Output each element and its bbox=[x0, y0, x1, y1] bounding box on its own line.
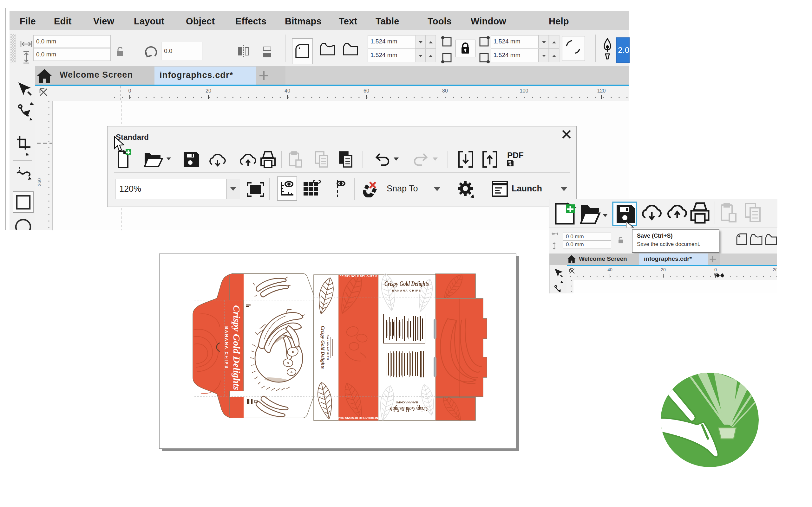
svg-text:Crispy Gold Delights: Crispy Gold Delights bbox=[390, 405, 427, 412]
svg-text:0: 0 bbox=[129, 88, 131, 94]
svg-text:0: 0 bbox=[714, 267, 717, 272]
svg-text:CRISPY GOLD DELIGHTS ®: CRISPY GOLD DELIGHTS ® bbox=[340, 275, 377, 278]
svg-text:80: 80 bbox=[442, 88, 448, 94]
svg-text:40: 40 bbox=[607, 267, 612, 272]
svg-text:Crispy Gold Delights: Crispy Gold Delights bbox=[232, 305, 242, 390]
svg-text:20: 20 bbox=[661, 267, 666, 272]
svg-text:BANANA CHIPS: BANANA CHIPS bbox=[224, 326, 229, 369]
svg-text:100: 100 bbox=[520, 88, 528, 94]
svg-text:20: 20 bbox=[773, 267, 777, 272]
svg-text:40: 40 bbox=[285, 88, 290, 94]
svg-text:Crispy Gold Delights: Crispy Gold Delights bbox=[385, 279, 429, 287]
svg-text:60: 60 bbox=[363, 88, 369, 94]
svg-text:BANANA CHIPS: BANANA CHIPS bbox=[392, 289, 421, 292]
svg-text:20: 20 bbox=[206, 88, 211, 94]
svg-text:BANANA CHIPS: BANANA CHIPS bbox=[396, 401, 418, 404]
svg-text:260: 260 bbox=[37, 178, 42, 186]
svg-text:PDF: PDF bbox=[507, 151, 524, 160]
svg-text:120: 120 bbox=[597, 88, 606, 94]
svg-text:Crispy Gold Delights: Crispy Gold Delights bbox=[320, 326, 325, 369]
svg-text:INFOGRAPHIC DESIGNS 2024: INFOGRAPHIC DESIGNS 2024 bbox=[338, 416, 379, 419]
svg-text:B A N A N A C H I P S: B A N A N A C H I P S bbox=[326, 335, 329, 360]
